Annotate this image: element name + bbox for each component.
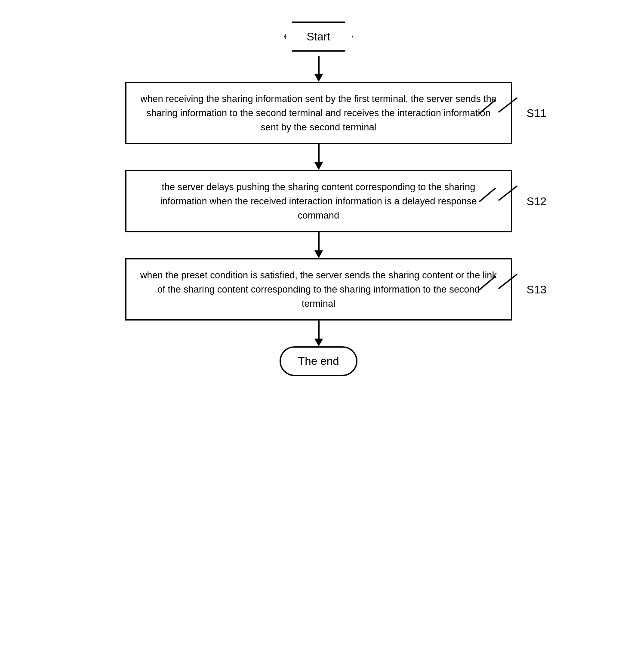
step-s11-id: S11 <box>526 106 546 120</box>
arrow-head-4 <box>314 339 323 346</box>
step-s12-id: S12 <box>526 194 546 208</box>
flowchart: Start when receiving the sharing informa… <box>125 17 512 376</box>
arrow-head-3 <box>314 250 323 258</box>
arrow-head-2 <box>314 162 323 170</box>
arrow-2 <box>314 144 323 170</box>
step-s13-id: S13 <box>526 283 546 296</box>
end-shape: The end <box>280 346 357 376</box>
arrow-1 <box>314 56 323 82</box>
step-s12-row: the server delays pushing the sharing co… <box>125 170 512 232</box>
arrow-3 <box>314 232 323 258</box>
arrow-line-1 <box>318 56 320 74</box>
arrow-line-2 <box>318 144 320 162</box>
start-shape: Start <box>280 17 357 56</box>
end-label: The end <box>298 354 339 368</box>
arrow-line-4 <box>318 321 320 339</box>
arrow-4 <box>314 321 323 346</box>
start-label: Start <box>284 22 353 52</box>
step-s13-label: S13 <box>499 283 546 296</box>
step-s11-label: S11 <box>499 106 546 120</box>
step-s11-row: when receiving the sharing information s… <box>125 82 512 144</box>
step-s13-row: when the preset condition is satisfied, … <box>125 258 512 321</box>
step-s12-label: S12 <box>499 194 546 208</box>
arrow-head-1 <box>314 74 323 82</box>
step-s11-box: when receiving the sharing information s… <box>125 82 512 144</box>
arrow-line-3 <box>318 232 320 250</box>
step-s12-box: the server delays pushing the sharing co… <box>125 170 512 232</box>
step-s13-box: when the preset condition is satisfied, … <box>125 258 512 321</box>
